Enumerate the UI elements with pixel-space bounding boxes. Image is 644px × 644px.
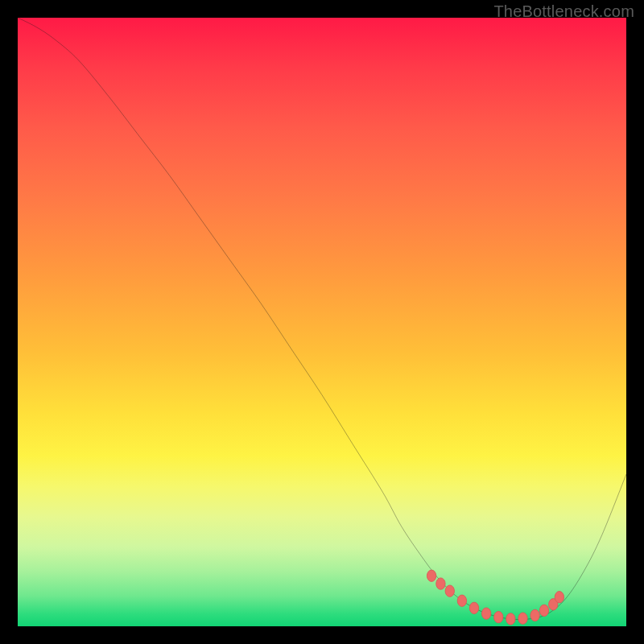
highlight-marker xyxy=(481,608,490,619)
highlight-marker xyxy=(445,585,454,597)
highlight-markers-group xyxy=(427,570,564,625)
highlight-marker xyxy=(469,602,478,613)
highlight-marker xyxy=(530,609,539,621)
highlight-marker xyxy=(506,613,515,625)
highlight-marker xyxy=(539,605,548,616)
attribution-label: TheBottleneck.com xyxy=(493,2,634,21)
bottleneck-curve-path xyxy=(18,18,626,620)
highlight-marker xyxy=(436,578,445,589)
highlight-marker xyxy=(427,570,436,581)
highlight-marker xyxy=(494,611,503,622)
curve-overlay xyxy=(18,18,626,626)
highlight-marker xyxy=(555,592,564,603)
highlight-marker xyxy=(457,595,466,606)
highlight-marker xyxy=(518,613,527,624)
chart-stage: TheBottleneck.com xyxy=(0,0,644,644)
